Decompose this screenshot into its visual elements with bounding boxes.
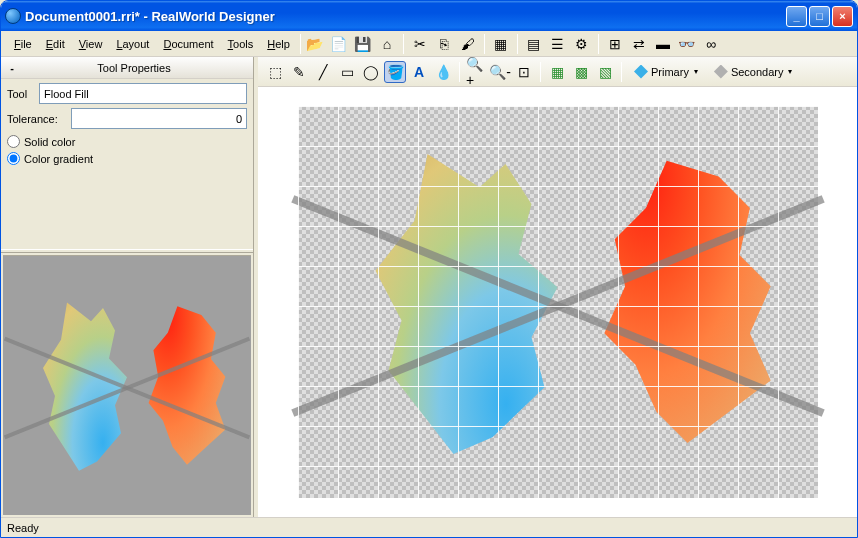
canvas-toolbar: ⬚ ✎ ╱ ▭ ◯ 🪣 A 💧 🔍+ 🔍- ⊡ ▦ ▩ ▧ Prima <box>258 57 857 87</box>
statusbar: Ready <box>1 517 857 537</box>
main-toolbar: 📂 📄 💾 ⌂ ✂ ⎘ 🖌 ▦ ▤ ☰ ⚙ ⊞ ⇄ ▬ 👓 ∞ <box>304 33 722 55</box>
left-panel: - Tool Properties Tool Flood Fill Tolera… <box>1 57 254 517</box>
props-button[interactable]: ☰ <box>547 33 569 55</box>
tool-label: Tool <box>7 88 35 100</box>
canvas[interactable] <box>258 87 857 517</box>
secondary-swatch <box>714 65 728 79</box>
ellipse-tool[interactable]: ◯ <box>360 61 382 83</box>
menu-help[interactable]: Help <box>260 36 297 52</box>
fill-tool[interactable]: 🪣 <box>384 61 406 83</box>
eyedropper-tool[interactable]: 💧 <box>432 61 454 83</box>
grid-style-1[interactable]: ▦ <box>546 61 568 83</box>
save-button[interactable]: 💾 <box>352 33 374 55</box>
app-window: Document0001.rri* - RealWorld Designer _… <box>0 0 858 538</box>
tool-select[interactable]: Flood Fill <box>39 83 247 104</box>
close-button[interactable]: × <box>832 6 853 27</box>
primary-color-button[interactable]: Primary ▾ <box>627 62 705 82</box>
editor-panel: ⬚ ✎ ╱ ▭ ◯ 🪣 A 💧 🔍+ 🔍- ⊡ ▦ ▩ ▧ Prima <box>258 57 857 517</box>
secondary-color-button[interactable]: Secondary ▾ <box>707 62 800 82</box>
tool-properties: Tool Flood Fill Tolerance: Solid color C… <box>1 79 253 171</box>
menubar: File Edit View Layout Document Tools Hel… <box>1 31 857 57</box>
menu-edit[interactable]: Edit <box>39 36 72 52</box>
menu-layout[interactable]: Layout <box>109 36 156 52</box>
menu-view[interactable]: View <box>72 36 110 52</box>
chevron-down-icon: ▾ <box>788 67 792 76</box>
titlebar[interactable]: Document0001.rri* - RealWorld Designer _… <box>1 1 857 31</box>
copy-button[interactable]: ⎘ <box>433 33 455 55</box>
zoom-in-button[interactable]: 🔍+ <box>465 61 487 83</box>
swap-button[interactable]: ⇄ <box>628 33 650 55</box>
window-title: Document0001.rri* - RealWorld Designer <box>25 9 786 24</box>
open-button[interactable]: 📂 <box>304 33 326 55</box>
grid-button[interactable]: ⊞ <box>604 33 626 55</box>
menu-tools[interactable]: Tools <box>221 36 261 52</box>
new-button[interactable]: 📄 <box>328 33 350 55</box>
solid-color-radio[interactable] <box>7 135 20 148</box>
primary-swatch <box>634 65 648 79</box>
chevron-down-icon: ▾ <box>694 67 698 76</box>
panel-header: - Tool Properties <box>1 57 253 79</box>
color-gradient-label: Color gradient <box>24 153 93 165</box>
pencil-tool[interactable]: ✎ <box>288 61 310 83</box>
menu-file[interactable]: File <box>7 36 39 52</box>
color-gradient-radio[interactable] <box>7 152 20 165</box>
zoom-fit-button[interactable]: ⊡ <box>513 61 535 83</box>
image-ops-button[interactable]: ▦ <box>490 33 512 55</box>
line-tool[interactable]: ╱ <box>312 61 334 83</box>
status-text: Ready <box>7 522 39 534</box>
preview-panel <box>1 253 253 517</box>
brush-button[interactable]: 🖌 <box>457 33 479 55</box>
grid-style-3[interactable]: ▧ <box>594 61 616 83</box>
app-icon <box>5 8 21 24</box>
secondary-label: Secondary <box>731 66 784 78</box>
settings-button[interactable]: ⚙ <box>571 33 593 55</box>
glasses-button[interactable]: 👓 <box>676 33 698 55</box>
tolerance-label: Tolerance: <box>7 113 67 125</box>
select-tool[interactable]: ⬚ <box>264 61 286 83</box>
panel-collapse-button[interactable]: - <box>5 62 19 74</box>
text-tool[interactable]: A <box>408 61 430 83</box>
link-button[interactable]: ∞ <box>700 33 722 55</box>
rect-tool[interactable]: ▭ <box>336 61 358 83</box>
grid-style-2[interactable]: ▩ <box>570 61 592 83</box>
preview-canvas[interactable] <box>3 255 251 515</box>
zoom-out-button[interactable]: 🔍- <box>489 61 511 83</box>
maximize-button[interactable]: □ <box>809 6 830 27</box>
content-area: - Tool Properties Tool Flood Fill Tolera… <box>1 57 857 517</box>
solid-color-label: Solid color <box>24 136 75 148</box>
palette-button[interactable]: ▬ <box>652 33 674 55</box>
layers-button[interactable]: ▤ <box>523 33 545 55</box>
scanner-button[interactable]: ⌂ <box>376 33 398 55</box>
tolerance-input[interactable] <box>71 108 247 129</box>
menu-document[interactable]: Document <box>156 36 220 52</box>
primary-label: Primary <box>651 66 689 78</box>
minimize-button[interactable]: _ <box>786 6 807 27</box>
cut-button[interactable]: ✂ <box>409 33 431 55</box>
panel-title: Tool Properties <box>19 62 249 74</box>
